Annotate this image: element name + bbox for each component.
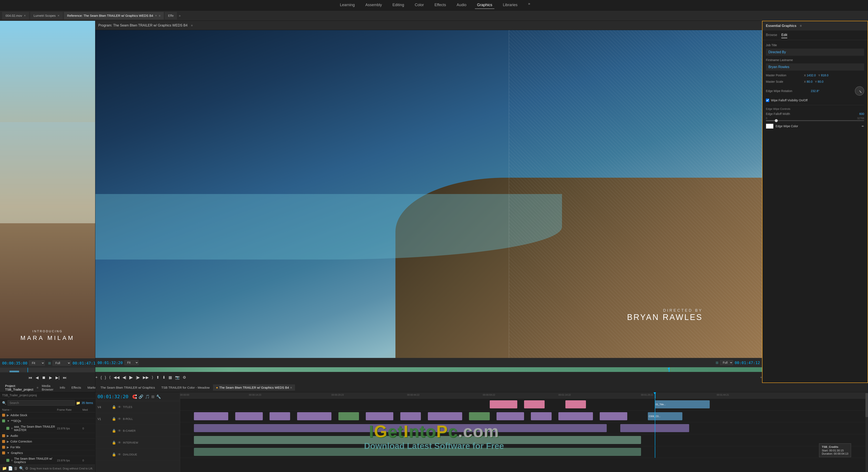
tl-clip-dialogue[interactable] [194, 448, 641, 456]
nav-effects[interactable]: Effects [432, 1, 448, 9]
proj-item-for-mix[interactable]: ▶ For Mix [0, 444, 95, 450]
eg-wipe-rotation-value[interactable]: 232.8° [811, 89, 852, 93]
eg-tab-edit[interactable]: Edit [781, 32, 787, 38]
tl-audio-icon[interactable]: 🎵 [145, 394, 150, 399]
prog-to-in-btn[interactable]: ⟨ [109, 375, 111, 380]
reference-step-fwd-btn[interactable]: ⏭ [63, 376, 67, 380]
program-quality-dropdown[interactable]: Full [720, 360, 733, 365]
tl-clip-purple2[interactable] [235, 412, 263, 420]
reference-stop-btn[interactable]: ⏹ [42, 376, 46, 380]
prog-add-button-icon[interactable]: + [760, 376, 762, 379]
proj-new-bin-btn[interactable]: 📁 [2, 466, 7, 471]
program-safe-icon[interactable]: ⊞ [716, 361, 718, 365]
tab-close-icon[interactable]: ✕ [57, 14, 60, 17]
tl-clip-pink2[interactable] [524, 400, 545, 408]
tl-clip-interview[interactable] [194, 436, 641, 444]
track-iv-eye-icon[interactable]: 👁 [118, 441, 121, 445]
track-v1-lock-icon[interactable]: 🔒 [112, 417, 116, 421]
track-v4-lock-icon[interactable]: 🔒 [112, 405, 116, 409]
eg-wipe-falloff-checkbox[interactable] [766, 98, 769, 102]
tl-clip-bcamer-long[interactable] [194, 424, 607, 432]
tab-more-icon[interactable]: » [179, 14, 181, 18]
reference-play-btn[interactable]: ▶ [49, 375, 52, 380]
tl-clip-purple7[interactable] [428, 412, 462, 420]
eg-pos-x-val[interactable]: 1432.0 [807, 73, 816, 77]
reference-frame-back-btn[interactable]: ◀ [36, 375, 38, 380]
eg-firstname-field[interactable]: Bryan Rowles [766, 63, 864, 70]
eg-eyedropper-icon[interactable]: ✒ [862, 124, 864, 128]
tl-clip-purple8[interactable] [497, 412, 524, 420]
proj-tab-media[interactable]: Media Browser [39, 383, 56, 392]
proj-item-seqs[interactable]: ▼ **SEQs [0, 418, 95, 424]
tl-tab-graphics-seq[interactable]: The Seam Btwn TRAILER w/ Graphics [97, 384, 158, 390]
eg-tab-browse[interactable]: Browse [766, 32, 777, 38]
tl-clip-blue1[interactable]: 01_Title... [655, 400, 710, 408]
reference-frame-fwd-btn[interactable]: ▶| [56, 375, 60, 380]
nav-more-icon[interactable]: » [528, 1, 530, 9]
tl-clip-purple5[interactable] [366, 412, 393, 420]
tl-clip-pink3[interactable] [565, 400, 586, 408]
prog-lift-btn[interactable]: ⬆ [156, 375, 159, 380]
nav-libraries[interactable]: Libraries [501, 1, 520, 9]
tl-tab-weds[interactable]: ● The Seam Btwn TRAILER w/ Graphics WEDS… [213, 384, 295, 390]
tl-tab-meadow[interactable]: TSB TRAILER for Color - Meadow [158, 384, 213, 390]
new-folder-icon[interactable]: 📁 [76, 401, 80, 405]
eg-color-swatch[interactable] [766, 124, 774, 129]
prog-mark-out-btn[interactable]: } [105, 375, 106, 380]
eg-pos-y-val[interactable]: 818.0 [821, 73, 828, 77]
track-bc-lock-icon[interactable]: 🔒 [112, 429, 116, 433]
tl-clip-purple4[interactable] [297, 412, 332, 420]
eg-menu-icon[interactable]: ≡ [800, 24, 802, 28]
nav-assembly[interactable]: Assembly [363, 1, 384, 9]
prog-to-out-btn[interactable]: ⟩ [152, 375, 153, 380]
search-icon[interactable]: 🔍 [2, 401, 6, 405]
tab-lumetri[interactable]: Lumetri Scopes ✕ [30, 12, 63, 20]
tl-vscroll[interactable] [865, 392, 868, 472]
tl-clip-purple9[interactable] [531, 412, 551, 420]
prog-step-back-btn[interactable]: ◀◀ [114, 375, 120, 380]
eg-scale-x-val[interactable]: 80.0 [807, 80, 812, 83]
proj-item-audio[interactable]: ▶ Audio [0, 433, 95, 439]
tab-menu-icon[interactable]: ≡ [159, 14, 160, 18]
proj-clear-btn[interactable]: 🗑 [14, 466, 18, 471]
tl-clip-green2[interactable] [469, 412, 490, 420]
track-iv-lock-icon[interactable]: 🔒 [112, 441, 116, 445]
proj-tab-info[interactable]: Info [57, 384, 68, 390]
prog-frame-fwd-btn[interactable]: |▶ [136, 375, 140, 380]
eg-falloff-slider-thumb[interactable] [775, 119, 778, 122]
program-fit-dropdown[interactable]: Fit25%50% [124, 360, 138, 365]
eg-scale-y-val[interactable]: 80.0 [818, 80, 824, 83]
tl-insert-icon[interactable]: ⊞ [151, 394, 154, 399]
tl-wrench-icon[interactable]: 🔧 [156, 394, 161, 399]
nav-graphics[interactable]: Graphics [475, 1, 494, 9]
reference-quality-dropdown[interactable]: FullHalfQuarter [53, 360, 71, 365]
proj-tab-menu-icon[interactable]: ≡ [37, 386, 38, 389]
eg-falloff-width-value[interactable]: 600 [859, 112, 864, 116]
proj-item-master[interactable]: ≡ aaa_The Seam Btwn TRAILER MASTER 23.97… [0, 424, 95, 433]
track-v4-eye-icon[interactable]: 👁 [118, 405, 121, 409]
tab-reference[interactable]: Reference: The Seam Btwn TRAILER w/ Grap… [64, 12, 164, 20]
tl-clip-purple11[interactable] [600, 412, 627, 420]
tl-clip-purple3[interactable] [270, 412, 290, 420]
project-search-input[interactable] [8, 400, 75, 406]
program-menu-icon[interactable]: ≡ [191, 24, 193, 27]
tab-close-icon[interactable]: ✕ [155, 14, 157, 17]
proj-item-graphics[interactable]: ▼ Graphics [0, 450, 95, 456]
tl-clip-purple6[interactable] [400, 412, 421, 420]
proj-settings-btn[interactable]: ⚙ [25, 466, 28, 471]
tab-effects[interactable]: Effe [165, 12, 177, 20]
track-dl-eye-icon[interactable]: 👁 [118, 453, 121, 456]
nav-audio[interactable]: Audio [455, 1, 469, 9]
proj-tab-effects[interactable]: Effects [68, 384, 84, 390]
track-dl-lock-icon[interactable]: 🔒 [112, 452, 116, 456]
tab-close-icon[interactable]: ✕ [24, 14, 26, 17]
nav-editing[interactable]: Editing [390, 1, 406, 9]
proj-item-graphics-seq1[interactable]: ≡ The Seam Btwn TRAILER w/ Graphics 23.9… [0, 456, 95, 465]
tl-snap-icon[interactable]: 🧲 [132, 394, 137, 399]
proj-item-adobe-stock[interactable]: ▶ Adobe Stock [0, 412, 95, 418]
nav-learning[interactable]: Learning [338, 1, 357, 9]
tl-clip-c006[interactable]: C006_C0... [648, 412, 682, 420]
edge-wipe-rotation-dial[interactable] [855, 86, 864, 96]
nav-color[interactable]: Color [412, 1, 426, 9]
proj-item-color-correction[interactable]: ▶ Color Correction [0, 439, 95, 444]
